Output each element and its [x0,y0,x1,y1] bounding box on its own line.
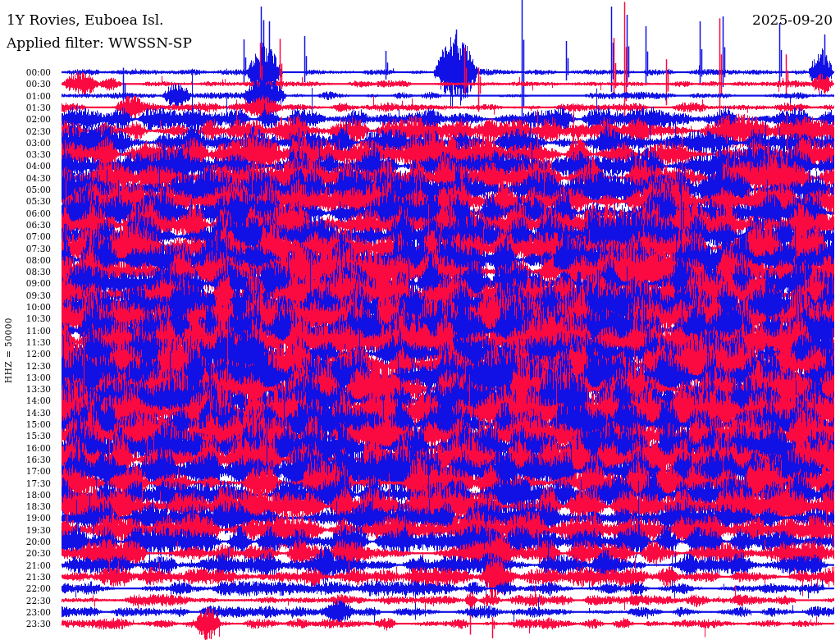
time-label-09-00: 09:00 [26,279,51,288]
time-label-14-30: 14:30 [26,408,51,417]
helicorder-view: 1Y Rovies, Euboea Isl. Applied filter: W… [0,0,840,640]
time-label-04-30: 04:30 [26,173,51,182]
time-label-13-30: 13:30 [26,385,51,394]
time-label-03-00: 03:00 [26,138,51,147]
time-label-06-00: 06:00 [26,208,51,217]
time-label-14-00: 14:00 [26,396,51,405]
time-label-19-00: 19:00 [26,514,51,523]
time-label-17-00: 17:00 [26,467,51,476]
time-label-10-30: 10:30 [26,314,51,323]
time-label-04-00: 04:00 [26,162,51,171]
channel-scale-label: HHZ = 50000 [3,318,13,383]
time-label-07-00: 07:00 [26,232,51,241]
time-label-02-00: 02:00 [26,115,51,124]
time-label-01-00: 01:00 [26,91,51,100]
seismogram-trace-canvas [0,0,840,640]
time-label-21-00: 21:00 [26,560,51,569]
time-label-07-30: 07:30 [26,244,51,253]
time-label-03-30: 03:30 [26,150,51,159]
time-label-13-00: 13:00 [26,373,51,382]
time-label-10-00: 10:00 [26,303,51,312]
time-label-08-00: 08:00 [26,255,51,264]
time-label-08-30: 08:30 [26,267,51,277]
time-label-00-00: 00:00 [26,68,51,77]
time-label-16-30: 16:30 [26,455,51,464]
date-label: 2025-09-20 [752,12,833,28]
time-label-22-30: 22:30 [26,596,51,605]
time-label-11-30: 11:30 [26,337,51,346]
time-label-12-30: 12:30 [26,361,51,370]
time-label-11-00: 11:00 [26,326,51,335]
time-label-18-00: 18:00 [26,490,51,499]
time-label-12-00: 12:00 [26,350,51,359]
time-label-23-00: 23:00 [26,607,51,616]
time-label-18-30: 18:30 [26,502,51,511]
time-label-20-00: 20:00 [26,537,51,546]
time-label-22-00: 22:00 [26,584,51,593]
time-label-16-00: 16:00 [26,443,51,452]
time-label-21-30: 21:30 [26,572,51,581]
time-label-15-30: 15:30 [26,432,51,441]
time-label-20-30: 20:30 [26,549,51,558]
time-label-02-30: 02:30 [26,126,51,135]
time-label-05-30: 05:30 [26,197,51,206]
time-label-17-30: 17:30 [26,478,51,487]
time-label-01-30: 01:30 [26,103,51,112]
time-label-05-00: 05:00 [26,185,51,194]
time-label-23-30: 23:30 [26,619,51,629]
time-label-19-30: 19:30 [26,525,51,534]
time-label-15-00: 15:00 [26,420,51,429]
time-label-00-30: 00:30 [26,80,51,89]
time-label-06-30: 06:30 [26,220,51,229]
time-label-09-30: 09:30 [26,290,51,299]
